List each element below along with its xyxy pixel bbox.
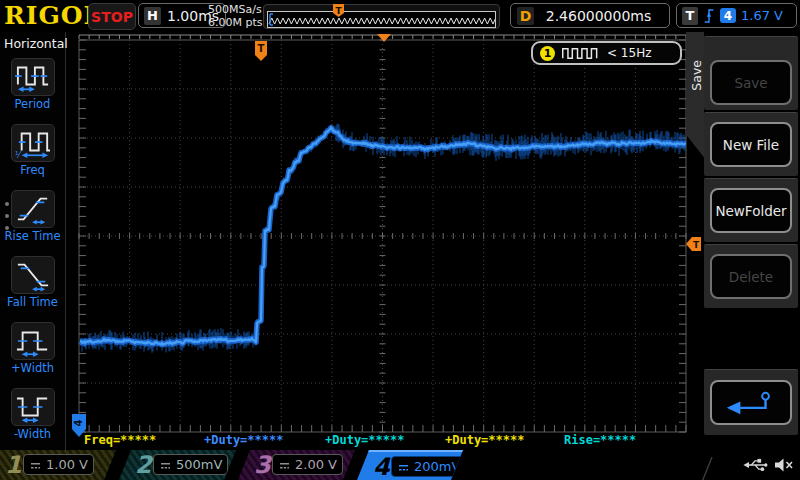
right-soft-menu: Save SaveNew FileNewFolderDelete — [686, 32, 800, 450]
menu-tab: Save — [686, 32, 706, 160]
measurement-readout: +Duty=***** — [204, 433, 283, 447]
channel-2-scale: 500mV — [176, 457, 222, 472]
run-state-indicator[interactable]: STOP — [88, 3, 136, 30]
menu-item-freq[interactable]: ⅟Freq — [0, 124, 65, 177]
horizontal-label: H — [144, 7, 161, 25]
menu-item-label: +Width — [0, 361, 65, 375]
delete-button[interactable]: Delete — [710, 254, 792, 299]
menu-item--width[interactable]: +Width — [0, 322, 65, 375]
delay-value: 2.46000000ms — [534, 8, 663, 24]
trigger-frequency-text: < 15Hz — [607, 46, 651, 60]
soft-menu-tile: NewFolder — [704, 178, 798, 242]
bottom-channel-bar: 11.00 V2500mV32.00 V4200mV — [0, 450, 800, 480]
dc-coupling-icon — [159, 455, 172, 474]
trigger-position-marker[interactable] — [377, 34, 391, 42]
scroll-dot — [5, 226, 9, 230]
record-waveform-thumbnail — [267, 11, 496, 28]
menu-item--width[interactable]: -Width — [0, 388, 65, 441]
trigger-time-flag-label: T — [258, 43, 265, 54]
soft-menu-tile: New File — [704, 112, 798, 176]
newfolder-button[interactable]: NewFolder — [710, 188, 792, 233]
channel-4-scale: 200mV — [414, 459, 460, 474]
menu-tab-label: Save — [689, 60, 704, 91]
channel-4-number: 4 — [373, 453, 390, 480]
pulse-train-icon — [561, 46, 601, 60]
channel-4-position-flag-label: 4 — [73, 419, 84, 426]
status-icons-panel — [698, 450, 800, 480]
period-icon — [11, 58, 55, 96]
channel-1-scale-box: 1.00 V — [23, 454, 94, 475]
menu-item-label: Freq — [0, 163, 65, 177]
delay-label: D — [517, 7, 534, 25]
new-file-button[interactable]: New File — [710, 122, 792, 167]
menu-item-fall-time[interactable]: Fall Time — [0, 256, 65, 309]
trigger-label: T — [682, 7, 698, 25]
fall-time-icon — [11, 256, 55, 294]
acquisition-info: 500MSa/s 6.00M pts — [208, 3, 263, 29]
channel-4-scale-box: 200mV — [391, 456, 466, 477]
channel-2-scale-box: 500mV — [153, 454, 228, 475]
menu-item-label: Rise Time — [0, 229, 65, 243]
menu-item-label: Period — [0, 97, 65, 111]
svg-text:⅟: ⅟ — [15, 150, 22, 160]
thumbnail-wave-icon — [268, 12, 495, 27]
top-status-bar: RIGOL STOP H 1.00ms 500MSa/s 6.00M pts T… — [0, 0, 800, 32]
memory-depth: 6.00M pts — [208, 16, 263, 29]
oscilloscope-screen: TT4 RIGOL STOP H 1.00ms 500MSa/s 6.00M p… — [0, 0, 800, 480]
scroll-dot — [5, 202, 9, 206]
soft-menu-tile: Save — [704, 36, 798, 110]
delay-box[interactable]: D 2.46000000ms — [510, 3, 670, 28]
record-position-preview[interactable]: T — [263, 4, 500, 29]
channel-1-badge: 1 — [540, 46, 555, 61]
measurement-readout: Freq=***** — [84, 433, 156, 447]
measurement-readout: Rise=***** — [564, 433, 636, 447]
channel-3-number: 3 — [254, 451, 271, 479]
back-button[interactable] — [710, 380, 792, 425]
dc-coupling-icon — [397, 457, 410, 476]
channel-4-block[interactable]: 4200mV — [357, 450, 463, 480]
left-menu-title: Horizontal — [4, 36, 68, 51]
channel-3-scale: 2.00 V — [295, 457, 337, 472]
channel-3-scale-box: 2.00 V — [272, 454, 343, 475]
rising-edge-icon — [703, 7, 715, 25]
plus-width-icon — [11, 322, 55, 360]
menu-item-period[interactable]: Period — [0, 58, 65, 111]
sample-rate: 500MSa/s — [208, 3, 263, 16]
dc-coupling-icon — [278, 455, 291, 474]
freq-icon: ⅟ — [11, 124, 55, 162]
channel-2-block[interactable]: 2500mV — [119, 450, 236, 480]
usb-icon — [742, 457, 770, 473]
channel-1-number: 1 — [5, 451, 22, 479]
rise-time-icon — [11, 190, 55, 228]
menu-item-label: -Width — [0, 427, 65, 441]
minus-width-icon — [11, 388, 55, 426]
soft-menu-tile: Delete — [704, 244, 798, 308]
soft-menu-tile — [704, 369, 798, 435]
waveform-display: TT4 — [0, 0, 800, 480]
channel-3-block[interactable]: 32.00 V — [238, 450, 355, 480]
dc-coupling-icon — [29, 455, 42, 474]
soft-menu-column: SaveNew FileNewFolderDelete — [704, 32, 798, 450]
measurement-readout: +Duty=***** — [325, 433, 404, 447]
channel-1-block[interactable]: 11.00 V — [0, 450, 116, 480]
channel-2-number: 2 — [135, 451, 152, 479]
panel-divider — [698, 457, 714, 480]
trigger-frequency-notification: 1 < 15Hz — [531, 41, 682, 65]
channel-1-scale: 1.00 V — [46, 457, 88, 472]
speaker-muted-icon — [774, 457, 794, 473]
scroll-dot — [5, 214, 9, 218]
trigger-box[interactable]: T 4 1.67 V — [676, 3, 797, 28]
trigger-level-value: 1.67 V — [741, 8, 783, 23]
left-function-menu: Horizontal Period⅟FreqRise TimeFall Time… — [0, 32, 66, 450]
save-button[interactable]: Save — [710, 60, 792, 105]
trigger-source-channel: 4 — [720, 8, 736, 23]
menu-item-label: Fall Time — [0, 295, 65, 309]
menu-item-rise-time[interactable]: Rise Time — [0, 190, 65, 243]
measurement-readout: +Duty=***** — [445, 433, 524, 447]
